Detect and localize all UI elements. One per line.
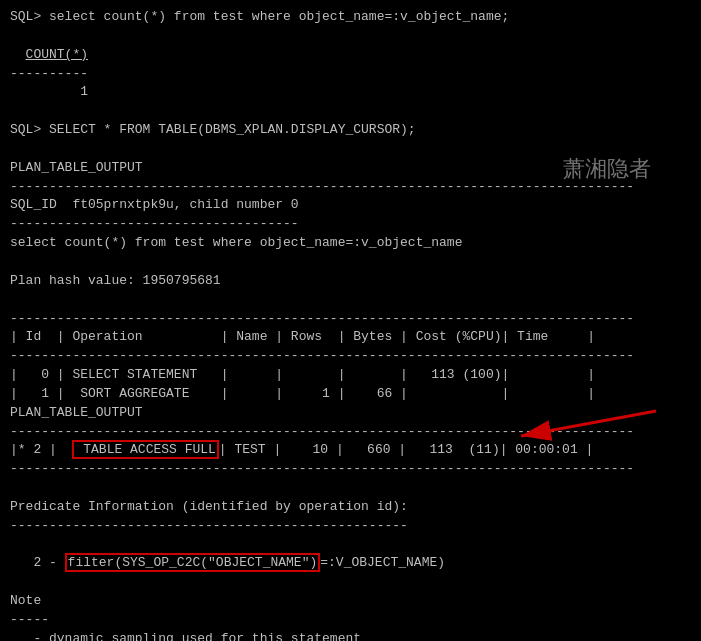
count-header: COUNT(*) xyxy=(26,47,88,62)
sql-id-line: SQL_ID ft05prnxtpk9u, child number 0 xyxy=(10,196,691,215)
plan-row-1: | 1 | SORT AGGREGATE | | 1 | 66 | | | xyxy=(10,385,691,404)
divider-9: ----- xyxy=(10,611,691,630)
note-header: Note xyxy=(10,592,691,611)
divider-4: ----------------------------------------… xyxy=(10,310,691,329)
plan-table-output-1: PLAN_TABLE_OUTPUT xyxy=(10,159,691,178)
terminal: SQL> select count(*) from test where obj… xyxy=(10,8,691,641)
sql-line-2: SQL> SELECT * FROM TABLE(DBMS_XPLAN.DISP… xyxy=(10,121,691,140)
divider-3: ------------------------------------- xyxy=(10,215,691,234)
plan-hash-line: Plan hash value: 1950795681 xyxy=(10,272,691,291)
filter-highlight: filter(SYS_OP_C2C("OBJECT_NAME") xyxy=(65,553,321,572)
filter-line: 2 - filter(SYS_OP_C2C("OBJECT_NAME")=:V_… xyxy=(10,554,691,573)
note-text: - dynamic sampling used for this stateme… xyxy=(10,630,691,641)
blank-8 xyxy=(10,573,691,592)
table-header: | Id | Operation | Name | Rows | Bytes |… xyxy=(10,328,691,347)
plan-row-2: |* 2 | TABLE ACCESS FULL| TEST | 10 | 66… xyxy=(10,441,691,460)
divider-1: ---------- xyxy=(10,65,691,84)
blank-1 xyxy=(10,27,691,46)
blank-2 xyxy=(10,102,691,121)
sql-line-1: SQL> select count(*) from test where obj… xyxy=(10,8,691,27)
count-header-line: COUNT(*) xyxy=(10,46,691,65)
blank-5 xyxy=(10,291,691,310)
plan-row-0: | 0 | SELECT STATEMENT | | | | 113 (100)… xyxy=(10,366,691,385)
count-value: 1 xyxy=(10,83,691,102)
divider-8: ----------------------------------------… xyxy=(10,517,691,536)
blank-6 xyxy=(10,479,691,498)
divider-2: ----------------------------------------… xyxy=(10,178,691,197)
divider-6: ----------------------------------------… xyxy=(10,423,691,442)
blank-4 xyxy=(10,253,691,272)
plan-table-output-2: PLAN_TABLE_OUTPUT xyxy=(10,404,691,423)
blank-3 xyxy=(10,140,691,159)
terminal-wrapper: SQL> select count(*) from test where obj… xyxy=(10,8,691,641)
blank-7 xyxy=(10,536,691,555)
predicate-header: Predicate Information (identified by ope… xyxy=(10,498,691,517)
table-access-full-highlight: TABLE ACCESS FULL xyxy=(72,440,218,459)
sql-text-line: select count(*) from test where object_n… xyxy=(10,234,691,253)
divider-5: ----------------------------------------… xyxy=(10,347,691,366)
divider-7: ----------------------------------------… xyxy=(10,460,691,479)
